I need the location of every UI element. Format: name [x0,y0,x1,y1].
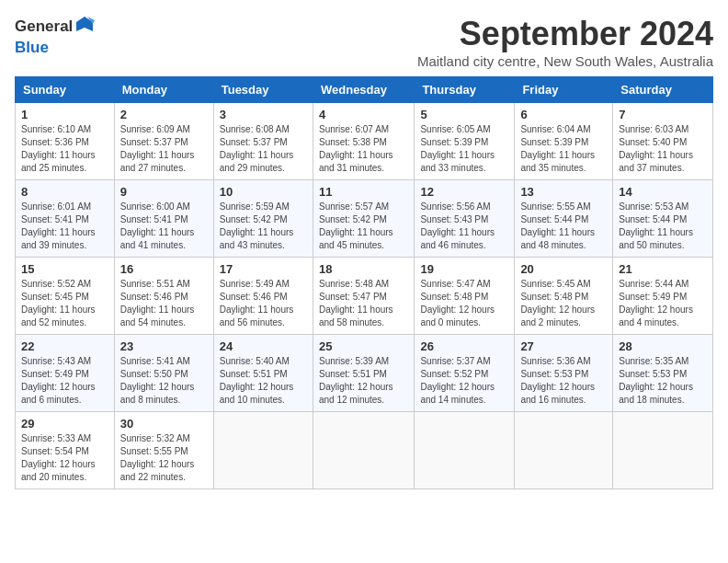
day-number: 10 [220,185,307,199]
day-number: 27 [520,339,607,353]
calendar-cell: 2Sunrise: 6:09 AMSunset: 5:37 PMDaylight… [114,103,213,180]
day-number: 23 [120,339,208,353]
day-number: 18 [319,262,408,276]
header: General Blue September 2024 Maitland cit… [15,15,713,69]
day-info: Sunrise: 6:10 AMSunset: 5:36 PMDaylight:… [21,123,108,175]
day-info: Sunrise: 5:52 AMSunset: 5:45 PMDaylight:… [21,278,108,329]
calendar-header-row: SundayMondayTuesdayWednesdayThursdayFrid… [16,77,713,103]
calendar: SundayMondayTuesdayWednesdayThursdayFrid… [15,76,713,489]
day-number: 17 [220,262,307,276]
calendar-cell: 24Sunrise: 5:40 AMSunset: 5:51 PMDayligh… [213,335,313,412]
calendar-cell: 26Sunrise: 5:37 AMSunset: 5:52 PMDayligh… [415,335,515,412]
calendar-cell: 5Sunrise: 6:05 AMSunset: 5:39 PMDaylight… [415,103,515,180]
day-info: Sunrise: 6:03 AMSunset: 5:40 PMDaylight:… [619,123,707,175]
calendar-cell: 6Sunrise: 6:04 AMSunset: 5:39 PMDaylight… [515,103,613,180]
title-block: September 2024 Maitland city centre, New… [417,15,713,69]
day-number: 15 [21,262,108,276]
day-info: Sunrise: 6:07 AMSunset: 5:38 PMDaylight:… [319,123,408,175]
day-number: 1 [21,108,108,121]
day-info: Sunrise: 5:56 AMSunset: 5:43 PMDaylight:… [420,201,508,252]
day-info: Sunrise: 6:04 AMSunset: 5:39 PMDaylight:… [520,123,607,175]
calendar-week-row: 22Sunrise: 5:43 AMSunset: 5:49 PMDayligh… [16,335,713,412]
calendar-cell: 22Sunrise: 5:43 AMSunset: 5:49 PMDayligh… [16,335,115,412]
calendar-cell: 3Sunrise: 6:08 AMSunset: 5:37 PMDaylight… [213,103,313,180]
calendar-cell: 12Sunrise: 5:56 AMSunset: 5:43 PMDayligh… [415,180,515,258]
day-number: 3 [220,108,307,121]
day-number: 30 [120,417,208,431]
day-of-week-header: Thursday [415,77,515,103]
calendar-cell: 8Sunrise: 6:01 AMSunset: 5:41 PMDaylight… [16,180,115,258]
calendar-cell: 17Sunrise: 5:49 AMSunset: 5:46 PMDayligh… [213,258,313,335]
calendar-cell: 28Sunrise: 5:35 AMSunset: 5:53 PMDayligh… [613,335,713,412]
day-number: 2 [120,108,208,121]
day-of-week-header: Sunday [16,77,115,103]
calendar-cell [213,412,313,489]
calendar-cell: 10Sunrise: 5:59 AMSunset: 5:42 PMDayligh… [213,180,313,258]
day-info: Sunrise: 5:59 AMSunset: 5:42 PMDaylight:… [220,201,307,252]
calendar-cell: 14Sunrise: 5:53 AMSunset: 5:44 PMDayligh… [613,180,713,258]
day-of-week-header: Tuesday [213,77,313,103]
day-number: 4 [319,108,408,121]
day-info: Sunrise: 5:43 AMSunset: 5:49 PMDaylight:… [21,355,108,407]
calendar-cell: 15Sunrise: 5:52 AMSunset: 5:45 PMDayligh… [16,258,115,335]
logo: General Blue [15,15,95,57]
calendar-cell: 20Sunrise: 5:45 AMSunset: 5:48 PMDayligh… [515,258,613,335]
day-info: Sunrise: 6:09 AMSunset: 5:37 PMDaylight:… [120,123,208,175]
day-number: 14 [619,185,707,199]
calendar-cell [515,412,613,489]
day-info: Sunrise: 5:44 AMSunset: 5:49 PMDaylight:… [619,278,707,329]
day-of-week-header: Friday [515,77,613,103]
calendar-cell: 21Sunrise: 5:44 AMSunset: 5:49 PMDayligh… [613,258,713,335]
day-number: 28 [619,339,707,353]
calendar-cell: 23Sunrise: 5:41 AMSunset: 5:50 PMDayligh… [114,335,213,412]
day-number: 19 [420,262,508,276]
day-info: Sunrise: 5:47 AMSunset: 5:48 PMDaylight:… [420,278,508,329]
day-info: Sunrise: 5:39 AMSunset: 5:51 PMDaylight:… [319,355,408,407]
day-info: Sunrise: 6:05 AMSunset: 5:39 PMDaylight:… [420,123,508,175]
day-number: 20 [520,262,607,276]
day-of-week-header: Wednesday [313,77,414,103]
logo-blue: Blue [15,39,49,57]
calendar-cell: 7Sunrise: 6:03 AMSunset: 5:40 PMDaylight… [613,103,713,180]
calendar-cell: 25Sunrise: 5:39 AMSunset: 5:51 PMDayligh… [313,335,414,412]
subtitle: Maitland city centre, New South Wales, A… [417,53,713,69]
calendar-cell: 19Sunrise: 5:47 AMSunset: 5:48 PMDayligh… [415,258,515,335]
calendar-cell [415,412,515,489]
calendar-week-row: 15Sunrise: 5:52 AMSunset: 5:45 PMDayligh… [16,258,713,335]
calendar-cell: 30Sunrise: 5:32 AMSunset: 5:55 PMDayligh… [114,412,213,489]
calendar-week-row: 1Sunrise: 6:10 AMSunset: 5:36 PMDaylight… [16,103,713,180]
calendar-week-row: 29Sunrise: 5:33 AMSunset: 5:54 PMDayligh… [16,412,713,489]
day-info: Sunrise: 5:41 AMSunset: 5:50 PMDaylight:… [120,355,208,407]
day-info: Sunrise: 5:32 AMSunset: 5:55 PMDaylight:… [120,432,208,484]
calendar-cell: 11Sunrise: 5:57 AMSunset: 5:42 PMDayligh… [313,180,414,258]
day-number: 12 [420,185,508,199]
calendar-cell: 9Sunrise: 6:00 AMSunset: 5:41 PMDaylight… [114,180,213,258]
day-number: 9 [120,185,208,199]
calendar-cell: 18Sunrise: 5:48 AMSunset: 5:47 PMDayligh… [313,258,414,335]
day-of-week-header: Saturday [613,77,713,103]
calendar-cell [313,412,414,489]
day-info: Sunrise: 5:37 AMSunset: 5:52 PMDaylight:… [420,355,508,407]
logo-general: General [15,17,73,36]
calendar-cell: 1Sunrise: 6:10 AMSunset: 5:36 PMDaylight… [16,103,115,180]
day-number: 21 [619,262,707,276]
day-info: Sunrise: 5:33 AMSunset: 5:54 PMDaylight:… [21,432,108,484]
calendar-cell: 13Sunrise: 5:55 AMSunset: 5:44 PMDayligh… [515,180,613,258]
day-number: 26 [420,339,508,353]
day-info: Sunrise: 5:55 AMSunset: 5:44 PMDaylight:… [520,201,607,252]
day-info: Sunrise: 5:49 AMSunset: 5:46 PMDaylight:… [220,278,307,329]
day-info: Sunrise: 6:08 AMSunset: 5:37 PMDaylight:… [220,123,307,175]
day-info: Sunrise: 5:35 AMSunset: 5:53 PMDaylight:… [619,355,707,407]
calendar-cell: 29Sunrise: 5:33 AMSunset: 5:54 PMDayligh… [16,412,115,489]
calendar-week-row: 8Sunrise: 6:01 AMSunset: 5:41 PMDaylight… [16,180,713,258]
day-number: 11 [319,185,408,199]
day-info: Sunrise: 5:40 AMSunset: 5:51 PMDaylight:… [220,355,307,407]
day-info: Sunrise: 6:00 AMSunset: 5:41 PMDaylight:… [120,201,208,252]
day-number: 24 [220,339,307,353]
day-number: 25 [319,339,408,353]
day-number: 22 [21,339,108,353]
day-number: 16 [120,262,208,276]
day-info: Sunrise: 5:53 AMSunset: 5:44 PMDaylight:… [619,201,707,252]
calendar-cell: 4Sunrise: 6:07 AMSunset: 5:38 PMDaylight… [313,103,414,180]
day-number: 29 [21,417,108,431]
